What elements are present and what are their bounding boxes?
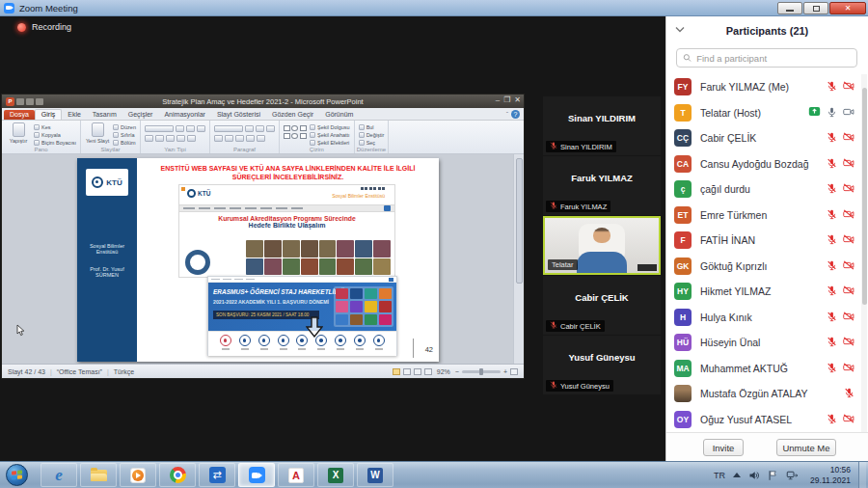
participant-row[interactable]: FFATİH İNAN	[666, 228, 862, 254]
taskbar-acrobat-reader-icon[interactable]: A	[278, 463, 314, 487]
ppt-tab-görünüm: Görünüm	[319, 110, 359, 120]
video-tile-sinan-yildirim[interactable]: Sinan YILDIRIMSinan YILDIRIM	[543, 96, 661, 155]
ppt-group-yazı tipi: Yazı Tipi	[141, 121, 210, 153]
hidden-icons-arrow[interactable]	[733, 473, 741, 477]
participant-row[interactable]: HYHikmet YILMAZ	[666, 279, 862, 305]
slide-presenter: Prof. Dr. Yusuf SÜRMEN	[80, 266, 134, 278]
ppt-zoom-slider	[462, 370, 501, 373]
participant-row[interactable]: CÇCabir ÇELİK	[666, 125, 862, 151]
participant-name: Oğuz Yusuf ATASEL	[700, 414, 823, 425]
ppt-statusbar: Slayt 42 / 43| “Office Teması”| Türkçe 9…	[2, 364, 524, 378]
slide: KTÜ Sosyal Bilimler Enstitüsü Prof. Dr. …	[77, 158, 439, 362]
video-off-icon	[843, 309, 854, 326]
taskbar-file-explorer-icon[interactable]	[80, 463, 117, 487]
participants-list: FYFaruk YILMAZ (Me)TTelatar (Host)CÇCabi…	[666, 74, 862, 432]
participant-name: Göktuğ Kıprızlı	[700, 260, 823, 272]
participants-footer: Invite Unmute Me	[666, 432, 868, 461]
taskbar-excel-icon[interactable]: X	[317, 463, 354, 487]
video-tile-telatar[interactable]: Telatar	[543, 216, 661, 275]
search-input[interactable]	[696, 53, 851, 64]
taskbar-chrome-icon[interactable]	[159, 463, 196, 487]
minimize-button[interactable]	[777, 2, 802, 14]
participant-row[interactable]: HÜHüseyin Ünal	[666, 330, 862, 356]
recording-dot-icon	[17, 23, 26, 32]
taskbar-teamviewer-icon[interactable]: ⇄	[199, 463, 235, 487]
ppt-tab-tasarım: Tasarım	[87, 110, 122, 120]
participants-scrollbar[interactable]	[861, 74, 867, 432]
shared-screen-powerpoint: P Stratejik Plan Amaç ve Hedefler 2021-2…	[2, 95, 524, 378]
participant-row[interactable]: ççağıl durdu	[666, 176, 862, 203]
start-button[interactable]	[0, 462, 33, 488]
volume-icon[interactable]	[748, 470, 760, 481]
zoom-app-icon	[4, 3, 14, 14]
participant-name: Cabir ÇELİK	[700, 132, 823, 144]
video-off-icon	[843, 180, 854, 198]
taskbar-media-player-icon[interactable]	[120, 463, 156, 487]
mic-muted-icon	[827, 360, 837, 377]
quick-links-icons	[208, 331, 396, 356]
participant-name: Muhammet AKTUĞ	[700, 363, 823, 374]
view-sorter-icon	[403, 368, 411, 375]
taskbar-word-icon[interactable]: W	[357, 463, 393, 487]
ppt-tab-dosya: Dosya	[4, 110, 35, 120]
show-desktop-button[interactable]	[858, 462, 866, 488]
ppt-ribbon: YapıştırKesKopyalaBiçim BoyacısıPanoYeni…	[2, 121, 524, 154]
taskbar-zoom-icon[interactable]	[238, 463, 275, 487]
site-search-icon	[384, 205, 391, 211]
participant-row[interactable]: OYOğuz Yusuf ATASEL	[666, 407, 862, 433]
action-center-flag-icon[interactable]	[768, 470, 778, 481]
screen-share-icon	[808, 104, 821, 122]
stamp-collage	[334, 286, 393, 327]
clock[interactable]: 10:56 29.11.2021	[810, 465, 851, 485]
participant-name: Hikmet YILMAZ	[700, 285, 823, 297]
ppt-tab-animasyonlar: Animasyonlar	[158, 110, 210, 120]
participant-search[interactable]	[676, 48, 857, 68]
close-button[interactable]: ✕	[829, 2, 866, 14]
video-tile-cabir-çeli̇k[interactable]: Cabir ÇELİKCabir ÇELİK	[543, 276, 661, 335]
site-logo: KTÜ	[187, 189, 210, 198]
network-icon[interactable]	[786, 470, 799, 481]
participant-row[interactable]: CACansu Aydoğdu Bozdağ	[666, 151, 862, 177]
participant-row[interactable]: Mustafa Özgün ATALAY	[666, 381, 862, 407]
slide-side-band: KTÜ Sosyal Bilimler Enstitüsü Prof. Dr. …	[77, 158, 137, 362]
participants-panel: Participants (21) FYFaruk YILMAZ (Me)TTe…	[665, 16, 868, 461]
participant-row[interactable]: MAMuhammet AKTUĞ	[666, 356, 862, 382]
video-tile-faruk-yilmaz[interactable]: Faruk YILMAZFaruk YILMAZ	[543, 156, 661, 215]
participant-row[interactable]: TTelatar (Host)	[666, 100, 862, 126]
avatar: ç	[674, 180, 692, 198]
video-off-icon	[843, 78, 854, 95]
mic-muted-icon	[827, 231, 837, 249]
muted-mic-icon	[550, 202, 557, 211]
system-tray: TR 10:56 29.11.2021	[714, 462, 868, 488]
ppt-group-çizim: Şekil DolgusuŞekil AnahattıŞekil Efektle…	[280, 121, 355, 153]
mic-muted-icon	[827, 155, 837, 173]
ppt-tab-ekle: Ekle	[62, 110, 87, 120]
website-screenshot-2: ERASMUS+ ÖĞRENCİ STAJ HAREKETLİLİĞİ 2021…	[207, 276, 397, 356]
site-banner-line2: Hedefe Birlikte Ulaşalım	[179, 222, 394, 229]
participant-row[interactable]: HHulya Kınık	[666, 305, 862, 331]
language-indicator[interactable]: TR	[714, 471, 725, 480]
avatar: OY	[674, 411, 692, 428]
participant-name: FATİH İNAN	[700, 234, 823, 246]
taskbar-internet-explorer-icon[interactable]: e	[41, 463, 77, 487]
mic-muted-icon	[844, 385, 854, 402]
participant-row[interactable]: FYFaruk YILMAZ (Me)	[666, 74, 862, 100]
video-off-icon	[843, 334, 854, 351]
participants-header: Participants (21)	[666, 16, 868, 45]
video-off-icon	[843, 258, 854, 275]
muted-mic-icon	[550, 381, 557, 391]
site-banner-line1: Kurumsal Akreditasyon Programı Sürecinde	[179, 215, 394, 222]
participant-name: Telatar (Host)	[700, 107, 804, 119]
invite-button[interactable]: Invite	[703, 439, 744, 456]
ppt-group-pano: YapıştırKesKopyalaBiçim BoyacısıPano	[2, 121, 81, 153]
participant-row[interactable]: ETEmre Türkmen	[666, 203, 862, 229]
avatar: FY	[674, 78, 692, 95]
restore-button[interactable]	[803, 2, 828, 14]
participants-title: Participants (21)	[666, 25, 868, 37]
unmute-me-button[interactable]: Unmute Me	[776, 439, 836, 456]
ppt-editing-canvas: KTÜ Sosyal Bilimler Enstitüsü Prof. Dr. …	[2, 154, 524, 365]
participant-row[interactable]: GKGöktuğ Kıprızlı	[666, 254, 862, 280]
recording-indicator: Recording	[17, 22, 71, 32]
help-icon: ?	[511, 110, 520, 119]
video-tile-yusuf-güneysu[interactable]: Yusuf GüneysuYusuf Güneysu	[543, 336, 661, 394]
